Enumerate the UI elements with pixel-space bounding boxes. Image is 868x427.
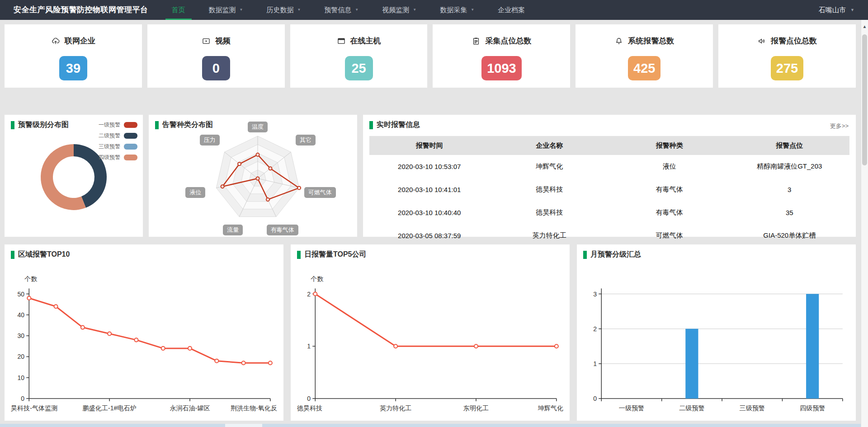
stat-card-label: 联网企业 <box>65 36 95 46</box>
nav-item-label: 企业档案 <box>498 0 525 20</box>
table-cell: 可燃气体 <box>609 224 730 247</box>
daily-top5-line-chart: 个数012德昊科技英力特化工东明化工坤辉气化 <box>297 262 563 419</box>
chevron-down-icon: ▼ <box>850 0 854 20</box>
radar-axis-label: 流量 <box>223 225 243 235</box>
realtime-alarm-table: 报警时间企业名称报警种类报警点位 2020-03-10 10:53:07坤辉气化… <box>369 136 849 247</box>
svg-text:2: 2 <box>593 325 597 333</box>
nav-item-4[interactable]: 视频监测▼ <box>370 0 428 20</box>
svg-text:二级预警: 二级预警 <box>679 404 704 412</box>
radar-axis-label: 其它 <box>296 135 316 145</box>
panel-title-text: 日报警量TOP5公司 <box>304 250 367 259</box>
bar-二级预警 <box>685 329 698 399</box>
app-title: 安全生产风险预警防控物联网管理平台 <box>0 0 148 20</box>
nav-item-3[interactable]: 预警信息▼ <box>312 0 370 20</box>
table-cell: 有毒气体 <box>609 201 730 224</box>
svg-text:鹏盛化工-1#电石炉: 鹏盛化工-1#电石炉 <box>83 404 137 412</box>
svg-text:1: 1 <box>307 343 311 350</box>
panel-title: 区域报警TOP10 <box>11 250 277 259</box>
footer-notch <box>225 424 262 427</box>
top-navbar: 安全生产风险预警防控物联网管理平台 首页数据监测▼历史数据▼预警信息▼视频监测▼… <box>0 0 868 20</box>
radar-axis-label: 压力 <box>200 135 220 145</box>
clipboard-icon <box>472 37 481 46</box>
table-cell: 2020-03-10 10:41:01 <box>369 178 490 201</box>
stat-card-label: 系统报警总数 <box>628 36 674 46</box>
svg-text:坤辉气化: 坤辉气化 <box>538 404 563 412</box>
svg-text:50: 50 <box>18 291 25 298</box>
svg-text:个数: 个数 <box>24 275 37 282</box>
table-cell: 2020-03-10 10:40:40 <box>369 201 490 224</box>
region-label: 石嘴山市 <box>819 0 846 20</box>
stat-card-label: 报警点位总数 <box>771 36 817 46</box>
nav-item-0[interactable]: 首页 <box>160 0 197 20</box>
svg-text:0: 0 <box>21 395 24 402</box>
nav-item-label: 历史数据 <box>266 0 293 20</box>
svg-text:30: 30 <box>18 332 25 339</box>
alarm-col-header: 企业名称 <box>490 136 610 155</box>
panel-title-marker <box>11 251 14 259</box>
svg-text:3: 3 <box>593 291 597 298</box>
table-cell: 2020-03-10 10:53:07 <box>369 155 490 178</box>
region-selector[interactable]: 石嘴山市 ▼ <box>819 0 868 20</box>
scrollbar-thumb[interactable] <box>862 34 867 165</box>
legend-item: 三级预警 <box>99 143 137 150</box>
radar-axis-label: 有毒气体 <box>267 225 298 235</box>
radar-axis-label: 液位 <box>185 187 205 198</box>
nav-item-label: 预警信息 <box>324 0 351 20</box>
stat-card-value: 1093 <box>481 56 522 80</box>
stat-card-value: 0 <box>202 56 230 80</box>
stat-card-2: 在线主机25 <box>290 24 428 88</box>
stat-card-title: 系统报警总数 <box>614 36 674 46</box>
nav-item-2[interactable]: 历史数据▼ <box>255 0 312 20</box>
chevron-down-icon: ▼ <box>240 0 243 20</box>
stat-card-title: 联网企业 <box>51 36 95 46</box>
svg-text:1: 1 <box>593 360 597 367</box>
table-cell: 2020-03-05 08:37:59 <box>369 224 490 247</box>
svg-text:东明化工: 东明化工 <box>463 404 489 412</box>
table-cell: 德昊科技 <box>490 201 610 224</box>
stat-card-title: 报警点位总数 <box>757 36 817 46</box>
legend-swatch <box>124 155 137 160</box>
panel-title-marker <box>583 251 587 259</box>
monitor-icon <box>337 37 346 46</box>
radar-axis-label: 温度 <box>248 122 268 132</box>
table-cell: 坤辉气化 <box>490 155 610 178</box>
legend-label: 四级预警 <box>99 154 120 161</box>
panel-warn-level-pie: 预警级别分布图 一级预警二级预警三级预警四级预警 <box>5 115 143 237</box>
panel-title-text: 预警级别分布图 <box>18 120 69 130</box>
table-row[interactable]: 2020-03-10 10:40:40德昊科技有毒气体35 <box>369 201 849 224</box>
table-row[interactable]: 2020-03-05 08:37:59英力特化工可燃气体GIA-520单体贮槽 <box>369 224 849 247</box>
nav-item-label: 首页 <box>172 0 185 20</box>
stat-card-value: 25 <box>345 56 373 80</box>
table-row[interactable]: 2020-03-10 10:53:07坤辉气化液位精醇南罐液位GT_203 <box>369 155 849 178</box>
panel-title-marker <box>297 251 301 259</box>
nav-item-label: 数据采集 <box>440 0 467 20</box>
bell-icon <box>614 37 623 46</box>
nav-item-label: 视频监测 <box>382 0 409 20</box>
speaker-icon <box>757 37 766 46</box>
svg-text:昊科技-气体监测: 昊科技-气体监测 <box>11 404 57 412</box>
table-cell: 德昊科技 <box>490 178 610 201</box>
panel-daily-top5: 日报警量TOP5公司 个数012德昊科技英力特化工东明化工坤辉气化 <box>291 244 570 421</box>
panel-title: 日报警量TOP5公司 <box>297 250 563 259</box>
legend-label: 二级预警 <box>99 132 120 140</box>
table-cell: GIA-520单体贮槽 <box>730 224 850 247</box>
svg-text:10: 10 <box>18 374 25 381</box>
scroll-up-icon[interactable]: ▲ <box>861 20 868 29</box>
table-row[interactable]: 2020-03-10 10:41:01德昊科技有毒气体3 <box>369 178 849 201</box>
vertical-scrollbar[interactable]: ▲ <box>861 20 868 427</box>
footer-strip <box>0 424 861 427</box>
stat-card-value: 39 <box>59 56 87 80</box>
nav-item-5[interactable]: 数据采集▼ <box>428 0 486 20</box>
stat-cards-row: 联网企业39视频0在线主机25采集点位总数1093系统报警总数425报警点位总数… <box>5 24 856 88</box>
panel-title: 实时报警信息 <box>369 120 849 130</box>
more-link[interactable]: 更多>> <box>830 122 849 130</box>
stat-card-1: 视频0 <box>147 24 285 88</box>
bottom-row: 区域报警TOP10 个数01020304050昊科技-气体监测鹏盛化工-1#电石… <box>5 244 856 421</box>
nav-item-1[interactable]: 数据监测▼ <box>197 0 255 20</box>
active-tab-underline <box>165 19 192 20</box>
svg-text:德昊科技: 德昊科技 <box>297 404 322 412</box>
panel-title-text: 实时报警信息 <box>377 120 420 130</box>
nav-item-6[interactable]: 企业档案 <box>486 0 537 20</box>
svg-text:40: 40 <box>18 311 25 319</box>
table-cell: 英力特化工 <box>490 224 610 247</box>
